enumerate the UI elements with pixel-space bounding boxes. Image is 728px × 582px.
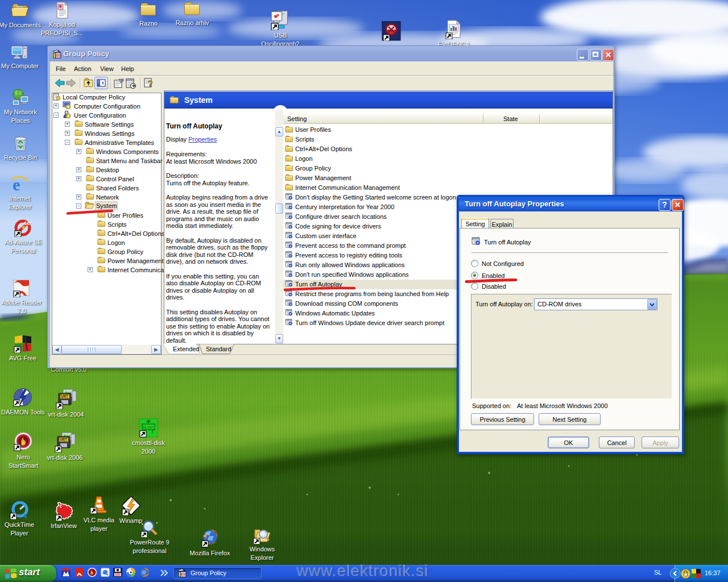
svg-text:Standard: Standard (206, 346, 231, 352)
svg-text:IN OUT: IN OUT (143, 426, 153, 430)
svg-text:?: ? (148, 79, 153, 88)
svg-text:Extended: Extended (173, 346, 199, 352)
svg-text:VRT: VRT (61, 394, 68, 398)
svg-text:VRT: VRT (60, 438, 67, 442)
svg-text:se: se (24, 220, 31, 226)
